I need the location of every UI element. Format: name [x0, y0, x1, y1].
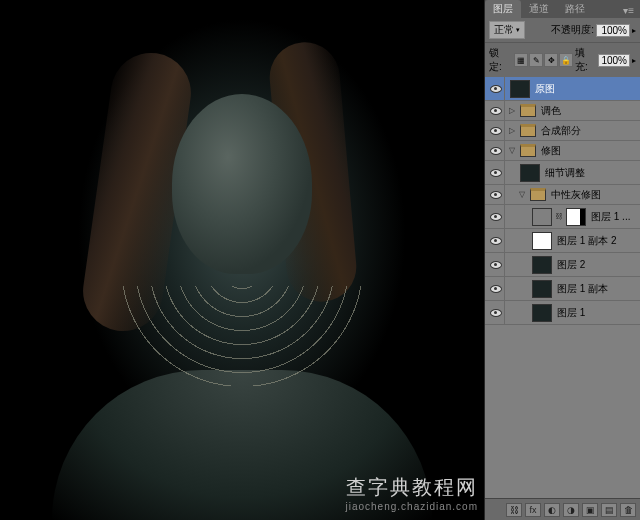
layer-mask-thumbnail[interactable] — [566, 208, 586, 226]
layer-row[interactable]: 图层 1 — [485, 301, 640, 325]
layer-row[interactable]: ⛓图层 1 ... — [485, 205, 640, 229]
visibility-toggle[interactable] — [487, 101, 505, 120]
lock-pixels-icon[interactable]: ✎ — [529, 53, 543, 67]
chevron-right-icon[interactable]: ▷ — [507, 106, 517, 115]
eye-icon — [490, 127, 502, 135]
folder-icon — [530, 188, 546, 201]
chevron-right-icon[interactable]: ▷ — [507, 126, 517, 135]
layer-name-label[interactable]: 中性灰修图 — [549, 188, 601, 202]
opacity-slider-icon[interactable]: ▸ — [632, 26, 636, 35]
lock-label: 锁定: — [489, 46, 510, 74]
visibility-toggle[interactable] — [487, 229, 505, 252]
eye-icon — [490, 107, 502, 115]
layer-thumbnail[interactable] — [532, 280, 552, 298]
blend-mode-value: 正常 — [494, 23, 514, 37]
fill-label: 填充: — [575, 46, 596, 74]
visibility-toggle[interactable] — [487, 205, 505, 228]
adjustment-layer-icon[interactable]: ◑ — [563, 503, 579, 517]
layer-row[interactable]: 图层 1 副本 2 — [485, 229, 640, 253]
layer-name-label[interactable]: 原图 — [533, 82, 555, 96]
layer-name-label[interactable]: 图层 1 ... — [589, 210, 630, 224]
tab-layers[interactable]: 图层 — [485, 0, 521, 18]
opacity-input[interactable]: 100% — [596, 24, 630, 37]
new-layer-icon[interactable]: ▤ — [601, 503, 617, 517]
fill-input[interactable]: 100% — [598, 54, 630, 67]
layer-row[interactable]: ▷调色 — [485, 101, 640, 121]
layer-thumbnail[interactable] — [532, 256, 552, 274]
eye-icon — [490, 213, 502, 221]
eye-icon — [490, 169, 502, 177]
layer-row[interactable]: ▷合成部分 — [485, 121, 640, 141]
chevron-down-icon[interactable]: ▽ — [507, 146, 517, 155]
layer-row[interactable]: 细节调整 — [485, 161, 640, 185]
layer-name-label[interactable]: 调色 — [539, 104, 561, 118]
layer-mask-icon[interactable]: ◐ — [544, 503, 560, 517]
lock-transparency-icon[interactable]: ▦ — [514, 53, 528, 67]
link-layers-icon[interactable]: ⛓ — [506, 503, 522, 517]
visibility-toggle[interactable] — [487, 277, 505, 300]
trash-icon[interactable]: 🗑 — [620, 503, 636, 517]
folder-icon — [520, 144, 536, 157]
layer-row[interactable]: 图层 1 副本 — [485, 277, 640, 301]
layer-thumbnail[interactable] — [532, 208, 552, 226]
eye-icon — [490, 237, 502, 245]
layers-list[interactable]: 原图▷调色▷合成部分▽修图细节调整▽中性灰修图⛓图层 1 ...图层 1 副本 … — [485, 77, 640, 498]
layer-row[interactable]: 原图 — [485, 77, 640, 101]
lock-all-icon[interactable]: 🔒 — [559, 53, 573, 67]
eye-icon — [490, 85, 502, 93]
layer-thumbnail[interactable] — [520, 164, 540, 182]
layer-thumbnail[interactable] — [532, 232, 552, 250]
opacity-label: 不透明度: — [551, 23, 594, 37]
layer-name-label[interactable]: 修图 — [539, 144, 561, 158]
layer-name-label[interactable]: 细节调整 — [543, 166, 585, 180]
panel-menu-icon[interactable]: ▾≡ — [617, 3, 640, 18]
layer-name-label[interactable]: 图层 1 — [555, 306, 585, 320]
visibility-toggle[interactable] — [487, 185, 505, 204]
layer-thumbnail[interactable] — [510, 80, 530, 98]
layers-panel: 图层 通道 路径 ▾≡ 正常 ▾ 不透明度: 100% ▸ 锁定: ▦ ✎ ✥ … — [484, 0, 640, 520]
layer-fx-icon[interactable]: fx — [525, 503, 541, 517]
layer-name-label[interactable]: 合成部分 — [539, 124, 581, 138]
layer-thumbnail[interactable] — [532, 304, 552, 322]
canvas-area[interactable] — [0, 0, 484, 520]
eye-icon — [490, 191, 502, 199]
visibility-toggle[interactable] — [487, 253, 505, 276]
lock-fill-row: 锁定: ▦ ✎ ✥ 🔒 填充: 100% ▸ — [485, 42, 640, 77]
link-icon: ⛓ — [555, 212, 563, 221]
folder-icon — [520, 124, 536, 137]
visibility-toggle[interactable] — [487, 141, 505, 160]
document-image — [0, 0, 484, 520]
watermark: 查字典教程网 jiaocheng.chazidian.com — [345, 474, 478, 512]
layer-name-label[interactable]: 图层 2 — [555, 258, 585, 272]
layer-name-label[interactable]: 图层 1 副本 — [555, 282, 608, 296]
layer-name-label[interactable]: 图层 1 副本 2 — [555, 234, 616, 248]
layer-row[interactable]: ▽中性灰修图 — [485, 185, 640, 205]
layer-row[interactable]: ▽修图 — [485, 141, 640, 161]
visibility-toggle[interactable] — [487, 121, 505, 140]
eye-icon — [490, 147, 502, 155]
blend-mode-dropdown[interactable]: 正常 ▾ — [489, 21, 525, 39]
folder-icon — [520, 104, 536, 117]
visibility-toggle[interactable] — [487, 301, 505, 324]
new-group-icon[interactable]: ▣ — [582, 503, 598, 517]
layer-row[interactable]: 图层 2 — [485, 253, 640, 277]
tab-paths[interactable]: 路径 — [557, 0, 593, 18]
tab-channels[interactable]: 通道 — [521, 0, 557, 18]
visibility-toggle[interactable] — [487, 161, 505, 184]
eye-icon — [490, 285, 502, 293]
watermark-url: jiaocheng.chazidian.com — [345, 501, 478, 512]
fill-slider-icon[interactable]: ▸ — [632, 56, 636, 65]
watermark-text: 查字典教程网 — [345, 474, 478, 501]
eye-icon — [490, 261, 502, 269]
lock-position-icon[interactable]: ✥ — [544, 53, 558, 67]
panel-tabs: 图层 通道 路径 ▾≡ — [485, 0, 640, 18]
eye-icon — [490, 309, 502, 317]
chevron-down-icon[interactable]: ▽ — [517, 190, 527, 199]
visibility-toggle[interactable] — [487, 77, 505, 100]
lock-buttons: ▦ ✎ ✥ 🔒 — [514, 53, 573, 67]
blend-opacity-row: 正常 ▾ 不透明度: 100% ▸ — [485, 18, 640, 42]
chevron-down-icon: ▾ — [516, 26, 520, 34]
layers-footer: ⛓ fx ◐ ◑ ▣ ▤ 🗑 — [485, 498, 640, 520]
